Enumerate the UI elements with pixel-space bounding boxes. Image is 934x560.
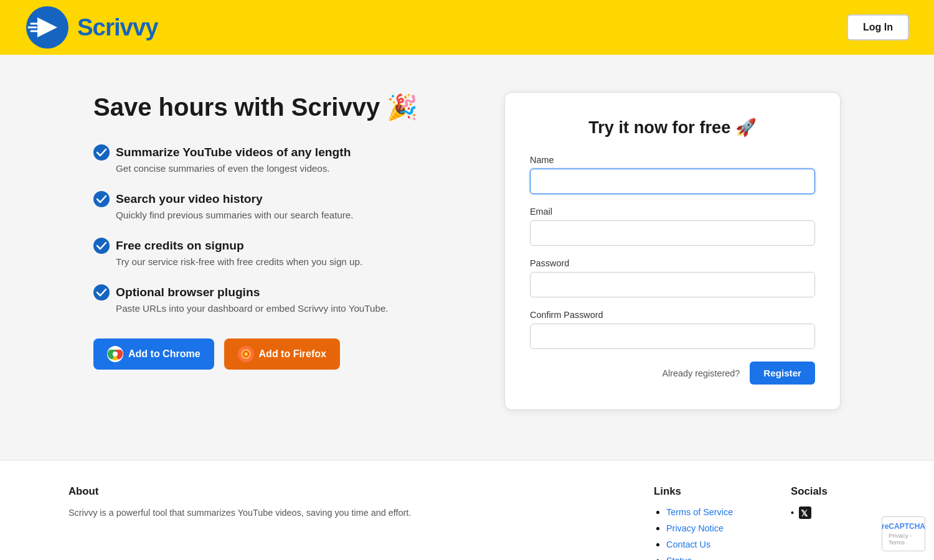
confirm-password-group: Confirm Password [530,310,815,349]
firefox-icon [238,346,254,362]
feature-item-plugins: Optional browser plugins Paste URLs into… [93,284,467,314]
footer-inner: About Scrivvy is a powerful tool that su… [68,485,866,560]
feature-title-row-plugins: Optional browser plugins [93,284,467,301]
feature-list: Summarize YouTube videos of any length G… [93,144,467,314]
footer-link-status: Status [666,555,753,560]
feature-title-search: Search your video history [116,192,263,206]
footer-link-list: Terms of Service Privacy Notice Contact … [654,506,753,560]
feature-item-search: Search your video history Quickly find p… [93,191,467,220]
hero-title: Save hours with Scrivvy 🎉 [93,92,467,122]
feature-desc-credits: Try our service risk-free with free cred… [116,256,467,267]
feature-item-summarize: Summarize YouTube videos of any length G… [93,144,467,174]
footer-links-title: Links [654,485,753,498]
feature-title-plugins: Optional browser plugins [116,286,260,299]
form-title: Try it now for free 🚀 [530,118,815,138]
check-icon-search [93,191,110,207]
bullet-icon: • [791,508,794,518]
add-to-firefox-button[interactable]: Add to Firefox [224,338,340,370]
form-footer: Already registered? Register [530,362,815,385]
check-icon-summarize [93,144,110,161]
site-footer: About Scrivvy is a powerful tool that su… [0,460,934,560]
svg-point-5 [93,144,110,161]
already-registered-text: Already registered? [662,368,740,378]
footer-socials-title: Socials [791,485,866,498]
footer-socials-col: Socials • 𝕏 [791,485,866,560]
feature-desc-summarize: Get concise summaries of even the longes… [116,163,467,174]
check-icon-plugins [93,284,110,301]
feature-desc-search: Quickly find previous summaries with our… [116,210,467,220]
confirm-password-label: Confirm Password [530,310,815,320]
feature-item-credits: Free credits on signup Try our service r… [93,238,467,267]
footer-link-tos-anchor[interactable]: Terms of Service [666,507,733,517]
feature-desc-plugins: Paste URLs into your dashboard or embed … [116,303,467,314]
footer-link-tos: Terms of Service [666,506,753,518]
recaptcha-badge: reCAPTCHA Privacy - Terms [882,516,925,551]
main-content: Save hours with Scrivvy 🎉 Summarize YouT… [68,55,866,460]
email-group: Email [530,207,815,246]
recaptcha-logo: reCAPTCHA [882,522,925,531]
svg-point-15 [244,352,248,356]
login-button[interactable]: Log In [847,14,909,40]
chrome-icon [107,346,123,362]
footer-about-col: About Scrivvy is a powerful tool that su… [68,485,616,560]
left-column: Save hours with Scrivvy 🎉 Summarize YouT… [93,92,467,370]
footer-about-text: Scrivvy is a powerful tool that summariz… [68,506,442,520]
site-header: Scrivvy Log In [0,0,934,55]
signup-card-container: Try it now for free 🚀 Name Email Passwor… [504,92,841,410]
signup-card: Try it now for free 🚀 Name Email Passwor… [504,92,841,410]
footer-link-contact-anchor[interactable]: Contact Us [666,539,710,549]
footer-link-contact: Contact Us [666,539,753,550]
feature-title-row-search: Search your video history [93,191,467,207]
email-label: Email [530,207,815,217]
svg-point-6 [93,191,110,207]
svg-text:𝕏: 𝕏 [801,508,808,518]
footer-link-status-anchor[interactable]: Status [666,556,692,560]
name-group: Name [530,155,815,194]
svg-point-11 [113,352,118,357]
logo-text: Scrivvy [77,14,158,41]
footer-link-privacy: Privacy Notice [666,523,753,534]
check-icon-credits [93,238,110,254]
password-group: Password [530,258,815,297]
logo-icon [25,5,70,50]
email-input[interactable] [530,220,815,246]
name-label: Name [530,155,815,165]
browser-buttons: Add to Chrome Add to Firefox [93,338,467,370]
social-x-item: • 𝕏 [791,506,866,519]
footer-about-title: About [68,485,616,498]
add-to-chrome-button[interactable]: Add to Chrome [93,338,214,370]
recaptcha-text: Privacy - Terms [889,532,918,546]
footer-link-privacy-anchor[interactable]: Privacy Notice [666,523,724,533]
register-button[interactable]: Register [750,362,815,385]
svg-point-7 [93,238,110,254]
confirm-password-input[interactable] [530,324,815,349]
feature-title-row-credits: Free credits on signup [93,238,467,254]
feature-title-row: Summarize YouTube videos of any length [93,144,467,161]
feature-title-summarize: Summarize YouTube videos of any length [116,146,351,159]
feature-title-credits: Free credits on signup [116,239,244,253]
footer-links-col: Links Terms of Service Privacy Notice Co… [654,485,753,560]
logo-area: Scrivvy [25,5,158,50]
footer-columns: About Scrivvy is a powerful tool that su… [68,485,866,560]
password-input[interactable] [530,272,815,297]
name-input[interactable] [530,169,815,194]
password-label: Password [530,258,815,268]
svg-point-8 [93,284,110,301]
x-twitter-icon: 𝕏 [799,506,811,519]
